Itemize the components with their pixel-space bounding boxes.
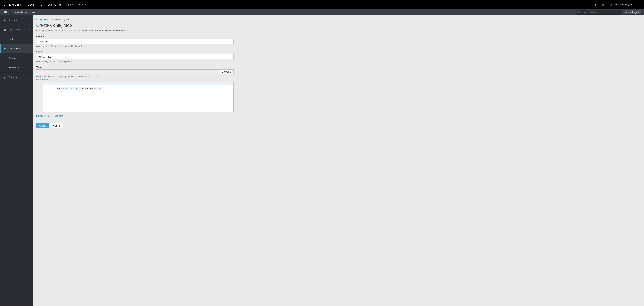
value-label: Value xyxy=(36,66,234,68)
sidebar-item-label: Applications xyxy=(9,28,21,31)
search-catalog xyxy=(577,10,622,15)
sidebar-item-overview[interactable]: ◉ Overview xyxy=(0,15,33,25)
monitoring-icon: ▢ xyxy=(4,66,6,69)
create-button[interactable]: Create xyxy=(36,123,49,128)
editor-code-area[interactable]: 4ebe2c13-f312-4872-b546-583447ef2b49 xyxy=(43,82,234,112)
brand-light: CONTAINER PLATFORM xyxy=(28,3,61,6)
chevron-right-icon: › xyxy=(29,48,30,50)
brand: OPENSHIFT CONTAINER PLATFORM xyxy=(4,3,61,6)
topbar-right: ▾ IAM#stevemar@ca.ibm.... ▾ xyxy=(594,3,640,6)
project-bar: scottda-sandbox ⌄ Add to Project ▾ xyxy=(0,9,644,15)
sidebar-item-label: Storage xyxy=(9,57,17,59)
main: Config Maps › Create Config Map Create C… xyxy=(33,15,644,306)
chevron-down-icon: ⌄ xyxy=(38,12,39,13)
value-file-row: Browse… xyxy=(36,69,234,74)
applications-icon: ▦ xyxy=(4,28,6,31)
active-line-highlight xyxy=(43,82,234,85)
sidebar-item-monitoring[interactable]: ▢ Monitoring xyxy=(0,63,33,73)
add-item-link[interactable]: Add Item xyxy=(54,115,63,117)
divider: | xyxy=(52,115,52,117)
sidebar-item-resources[interactable]: ⧉ Resources › xyxy=(0,44,33,54)
breadcrumb-parent[interactable]: Config Maps xyxy=(36,18,48,21)
sidebar-item-label: Resources xyxy=(9,47,20,50)
svg-point-2 xyxy=(611,4,612,5)
project-selector[interactable]: scottda-sandbox ⌄ xyxy=(10,11,43,14)
top-bar: OPENSHIFT CONTAINER PLATFORM Application… xyxy=(0,0,644,9)
resources-icon: ⧉ xyxy=(4,47,6,50)
chevron-right-icon: › xyxy=(50,19,50,21)
editor-gutter: 1 xyxy=(36,82,43,112)
user-label: IAM#stevemar@ca.ibm.... xyxy=(614,3,638,6)
sidebar-item-builds[interactable]: ≋ Builds › xyxy=(0,34,33,44)
chevron-down-icon: ▾ xyxy=(86,4,86,6)
value-file-input[interactable] xyxy=(36,69,220,74)
chevron-down-icon: ▾ xyxy=(640,4,640,6)
form-actions: Create Cancel xyxy=(36,123,234,128)
builds-icon: ≋ xyxy=(4,38,6,41)
add-to-project-button[interactable]: Add to Project ▾ xyxy=(624,10,642,15)
page-description: Config maps hold key-value pairs that ca… xyxy=(36,30,641,32)
name-label: Name xyxy=(36,36,234,38)
dashboard-icon: ◉ xyxy=(4,19,6,22)
item-actions: Remove Item | Add Item xyxy=(36,115,234,117)
sidebar-item-storage[interactable]: ▭ Storage xyxy=(0,54,33,63)
value-editor[interactable]: 1 4ebe2c13-f312-4872-b546-583447ef2b49 xyxy=(36,82,234,112)
projbar-right: Add to Project ▾ xyxy=(577,10,644,15)
sidebar-item-applications[interactable]: ▦ Applications › xyxy=(0,25,33,34)
project-name-label: scottda-sandbox xyxy=(14,11,35,14)
add-to-project-label: Add to Project xyxy=(626,11,639,14)
sidebar-item-catalog[interactable]: ▯ Catalog xyxy=(0,73,33,82)
search-icon xyxy=(578,11,580,14)
sidebar-item-label: Builds xyxy=(9,38,15,40)
search-input[interactable] xyxy=(577,10,622,15)
cancel-button[interactable]: Cancel xyxy=(50,123,63,128)
user-icon xyxy=(610,3,612,6)
sidebar: ◉ Overview ▦ Applications › ≋ Builds › ⧉… xyxy=(0,15,33,306)
hamburger-icon xyxy=(4,11,7,14)
editor-content: 4ebe2c13-f312-4872-b546-583447ef2b49 xyxy=(56,87,103,90)
sidebar-item-label: Monitoring xyxy=(9,66,20,69)
chevron-right-icon: › xyxy=(29,29,30,31)
sidebar-item-label: Overview xyxy=(9,19,18,21)
sidebar-item-label: Catalog xyxy=(9,76,17,79)
remove-item-link[interactable]: Remove Item xyxy=(36,115,49,117)
clear-value-link[interactable]: Clear Value xyxy=(36,78,48,81)
shell: ◉ Overview ▦ Applications › ≋ Builds › ⧉… xyxy=(0,15,644,306)
menu-toggle[interactable] xyxy=(0,9,10,16)
catalog-icon: ▯ xyxy=(4,76,6,79)
console-selector[interactable]: Application Console ▾ xyxy=(66,3,86,6)
breadcrumb: Config Maps › Create Config Map xyxy=(36,18,641,21)
key-input[interactable] xyxy=(36,54,234,59)
config-map-form: Name A unique name for the config-map wi… xyxy=(36,36,234,128)
brand-bold: OPENSHIFT xyxy=(4,3,26,6)
storage-icon: ▭ xyxy=(4,57,6,60)
value-help: Enter a value for the config-map entry o… xyxy=(36,75,234,78)
key-label: Key xyxy=(36,51,234,53)
user-menu[interactable]: IAM#stevemar@ca.ibm.... ▾ xyxy=(610,3,640,6)
chevron-right-icon: › xyxy=(29,38,30,40)
line-number: 1 xyxy=(38,82,42,85)
breadcrumb-current: Create Config Map xyxy=(52,18,70,21)
console-label: Application Console xyxy=(66,3,84,6)
svg-point-3 xyxy=(578,12,580,13)
name-help: A unique name for the config-map within … xyxy=(36,45,234,48)
page-title: Create Config Map xyxy=(36,23,641,28)
svg-line-4 xyxy=(580,13,580,13)
name-input[interactable] xyxy=(36,39,234,44)
bell-icon[interactable] xyxy=(594,3,597,6)
chevron-down-icon: ▾ xyxy=(604,4,606,6)
chevron-down-icon: ▾ xyxy=(640,12,641,13)
key-help: A unique key for this config-map entry. xyxy=(36,60,234,63)
help-icon[interactable]: ▾ xyxy=(601,3,606,6)
browse-button[interactable]: Browse… xyxy=(220,69,234,74)
